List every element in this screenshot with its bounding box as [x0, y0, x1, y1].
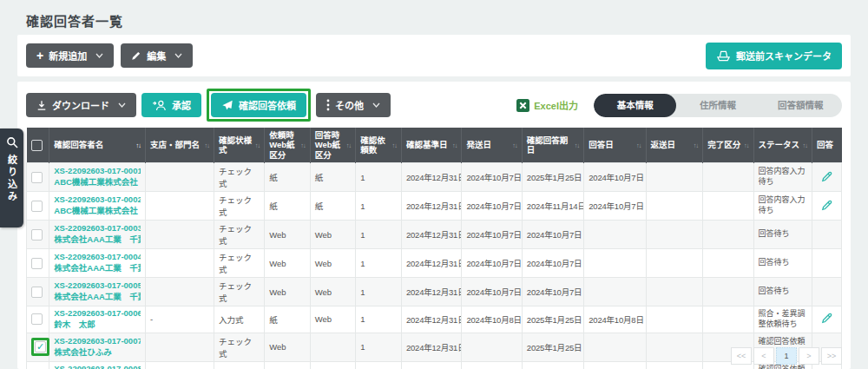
cell-answer-action — [812, 306, 842, 333]
respondent-name-link[interactable]: ABC機械工業株式会社 — [54, 177, 141, 188]
download-button[interactable]: ダウンロード — [26, 93, 136, 117]
sort-icon[interactable]: ↑↓ — [204, 142, 209, 149]
row-checkbox[interactable]: ✓ — [35, 341, 46, 353]
cell-base-date: 2024年12月31日 — [401, 249, 461, 278]
respondent-name-link[interactable]: 株式会社AAA工業 千葉支店 — [54, 234, 141, 246]
confirmation-request-button[interactable]: 確認回答依頼 — [211, 93, 306, 117]
edit-button[interactable]: 編集 — [121, 43, 193, 68]
cell-send-date: 2024年10月7日 — [462, 192, 522, 221]
sort-icon[interactable]: ↑↓ — [136, 142, 141, 149]
tab-1[interactable]: 住所情報 — [676, 94, 759, 117]
column-header-label: 確認基準日 — [406, 140, 448, 149]
respondent-name-link[interactable]: 株式会社AAA工業 千葉支店 — [54, 292, 141, 303]
respondent-id-link[interactable]: XS-22092603-017-0005 — [54, 280, 141, 292]
sort-icon[interactable]: ↑↓ — [744, 142, 749, 149]
edit-label: 編集 — [147, 49, 166, 63]
respondent-id-link[interactable]: XS-22092603-017-0003 — [54, 223, 141, 234]
column-header-2: 確認状様式↑↓ — [214, 128, 264, 163]
cell-return-date — [646, 278, 703, 306]
table-header-row: 確認回答者名↑↓ 支店・部門名↑↓ 確認状様式↑↓ 依頼時 Web紙区分↑↓ 回… — [27, 128, 842, 163]
cell-answer-action — [812, 163, 842, 192]
cell-base-date: 2024年12月31日 — [401, 361, 461, 369]
row-checkbox[interactable] — [31, 201, 43, 212]
respondent-id-link[interactable]: XS-22092603-017-0004 — [54, 252, 141, 263]
sort-icon[interactable]: ↑↓ — [391, 142, 397, 149]
table-row: ✓ XS-22092603-017-0007 株式会社ひふみ チェック式 Web… — [27, 333, 842, 361]
tab-0[interactable]: 基本情報 — [594, 94, 676, 117]
cell-due-date: 2025年1月25日 — [522, 163, 583, 192]
respondent-name-link[interactable]: 鈴木 太郎 — [54, 320, 141, 331]
sort-icon[interactable]: ↑↓ — [512, 142, 517, 149]
cell-request-count: 1 — [356, 163, 402, 192]
respondent-id-link[interactable]: XS-22092603-017-0007 — [54, 336, 141, 347]
sort-icon[interactable]: ↑↓ — [300, 142, 306, 149]
row-checkbox[interactable] — [31, 172, 43, 183]
cell-due-date: 2024年10月7日 — [522, 249, 583, 278]
cell-answer-media: Web — [310, 249, 356, 278]
add-new-button[interactable]: + 新規追加 — [26, 43, 114, 68]
cell-answer-media — [310, 333, 356, 361]
sort-icon[interactable]: ↑↓ — [803, 142, 808, 149]
sort-icon[interactable]: ↑↓ — [346, 142, 352, 149]
sort-icon[interactable]: ↑↓ — [575, 142, 580, 149]
pagination-current-page[interactable]: 1 — [776, 347, 797, 365]
row-checkbox[interactable] — [31, 258, 43, 269]
column-header-0: 確認回答者名↑↓ — [49, 128, 146, 163]
column-header-8: 確認回答期日↑↓ — [522, 128, 583, 163]
cell-send-date — [462, 361, 522, 369]
row-checkbox[interactable] — [31, 287, 43, 298]
cell-respondent: XS-22092603-017-0007 株式会社ひふみ — [49, 333, 146, 361]
cell-request-media: Web — [265, 333, 311, 361]
respondent-id-link[interactable]: XS-22092603-017-0002 — [54, 194, 141, 206]
pagination-item-0[interactable]: << — [731, 347, 752, 365]
cell-answer-action — [812, 192, 842, 221]
select-all-checkbox[interactable] — [31, 140, 43, 151]
pagination-item-1[interactable]: < — [753, 347, 774, 365]
excel-icon — [516, 99, 529, 112]
other-button[interactable]: その他 — [316, 93, 391, 117]
row-checkbox[interactable] — [31, 313, 43, 325]
respondent-id-link[interactable]: XS-22092603-017-0008 — [54, 364, 141, 369]
answer-edit-icon[interactable] — [820, 170, 833, 183]
cell-answer-date — [584, 278, 646, 306]
cell-request-count: 1 — [356, 278, 402, 306]
cell-branch — [146, 333, 214, 361]
cell-branch: - — [146, 306, 214, 333]
cell-answer-action — [812, 221, 842, 249]
paper-plane-icon — [221, 100, 233, 111]
cell-complete-type — [703, 221, 753, 249]
approve-button[interactable]: 承認 — [141, 93, 201, 117]
respondent-name-link[interactable]: 株式会社AAA工業 千葉支店 — [54, 263, 141, 274]
sort-icon[interactable]: ↑↓ — [255, 142, 260, 149]
table-row: XS-22092603-017-0003 株式会社AAA工業 千葉支店 チェック… — [27, 221, 842, 249]
confirmation-request-label: 確認回答依頼 — [239, 98, 296, 112]
respondent-id-link[interactable]: XS-22092603-017-0006 — [54, 308, 141, 320]
cell-format: チェック式 — [214, 163, 264, 192]
pagination-item-4[interactable]: >> — [821, 347, 842, 365]
pagination-item-3[interactable]: > — [799, 347, 819, 365]
cell-base-date: 2024年12月31日 — [401, 278, 461, 306]
cell-send-date: 2024年10月7日 — [462, 163, 522, 192]
column-header-label: 支店・部門名 — [150, 140, 200, 149]
tab-2[interactable]: 回答額情報 — [760, 94, 842, 117]
other-label: その他 — [335, 98, 364, 112]
respondent-name-link[interactable]: ABC機械工業株式会社 — [54, 206, 141, 217]
column-header-label: ステータス — [759, 140, 800, 149]
filter-side-tab[interactable]: 絞り込み — [0, 128, 23, 227]
sort-icon[interactable]: ↑↓ — [452, 142, 457, 149]
respondent-name-link[interactable]: 株式会社ひふみ — [54, 347, 141, 359]
answer-edit-icon[interactable] — [820, 312, 833, 325]
row-checkbox[interactable] — [31, 229, 43, 241]
respondent-id-link[interactable]: XS-22092603-017-0001 — [54, 166, 141, 177]
cell-respondent: XS-22092603-017-0001 ABC機械工業株式会社 — [49, 163, 146, 192]
cell-branch — [146, 278, 214, 306]
pencil-icon — [131, 50, 141, 61]
sort-icon[interactable]: ↑↓ — [694, 142, 699, 149]
pre-mailing-scan-label: 郵送前スキャンデータ — [736, 49, 832, 63]
sort-icon[interactable]: ↑↓ — [636, 142, 641, 149]
pre-mailing-scan-button[interactable]: 郵送前スキャンデータ — [706, 43, 842, 69]
download-icon — [36, 100, 47, 111]
kebab-menu-icon — [326, 99, 330, 111]
excel-export-button[interactable]: Excel出力 — [516, 98, 578, 112]
answer-edit-icon[interactable] — [820, 199, 833, 212]
